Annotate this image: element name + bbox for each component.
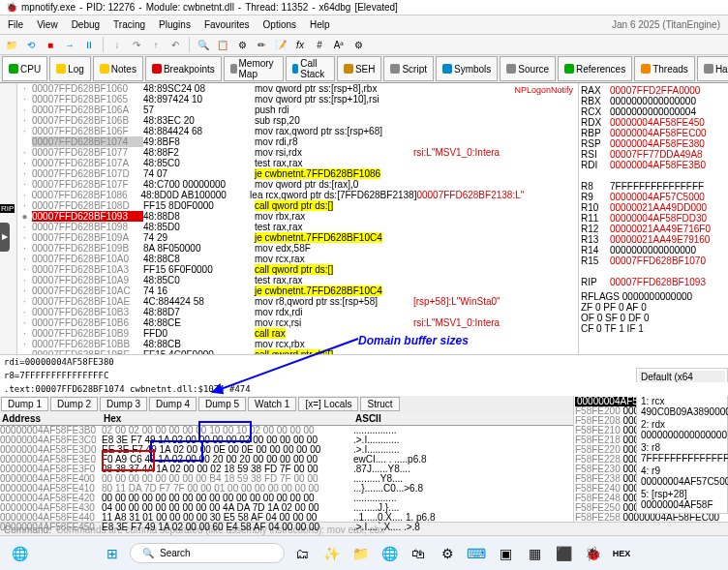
menu-bar: File View Debug Tracing Plugins Favourit… [0,15,728,35]
app-icon: 🐞 [6,2,17,13]
flags-line: OF 0 SF 0 DF 0 [581,313,726,323]
tool-icon[interactable]: 📝 [273,37,288,52]
task-icon[interactable]: 🗂 [290,542,314,565]
flags-line: ZF 0 PF 0 AF 0 [581,302,726,313]
pause-icon[interactable]: ⏸ [81,37,97,52]
explorer-icon[interactable]: 📁 [349,542,372,565]
stop-icon[interactable]: ■ [43,37,58,52]
disasm-view[interactable]: NPLogonNotify ·00007FFD628BF106048:89SC2… [17,83,578,354]
stepinto-icon[interactable]: ↓ [109,37,125,52]
title-elev: [Elevated] [354,2,397,13]
menu-favourites[interactable]: Favourites [198,17,256,32]
settings-icon[interactable]: ⚙ [436,542,459,565]
stepback-icon[interactable]: ↶ [167,37,183,52]
tab-han[interactable]: Han [697,56,728,81]
taskbar: 🌐 ⊞ 🔍 Search 🗂 ✨ 📁 🌐 🛍 ⚙ ⌨ ▣ ▦ ⬛ 🐞 HEX [0,535,728,570]
svg-line-0 [213,339,358,392]
hash-icon[interactable]: # [312,37,327,52]
menu-date: Jan 6 2025 (TitanEngine) [606,17,726,32]
menu-tracing[interactable]: Tracing [107,17,151,32]
stepover-icon[interactable]: ↷ [129,37,144,52]
side-expand[interactable]: ▶ [0,223,10,252]
terminal-icon[interactable]: ▣ [494,542,517,565]
title-mod: Module: cwbnetnt.dll [146,2,234,13]
tool-icon[interactable]: 📋 [215,37,230,52]
menu-view[interactable]: View [31,17,64,32]
menu-help[interactable]: Help [304,17,336,32]
search-box[interactable]: 🔍 Search [130,543,285,563]
panel-tabs: CPU Log Notes Breakpoints Memory Map Cal… [0,55,728,83]
tab-symbols[interactable]: Symbols [436,56,498,81]
tab-dump4[interactable]: Dump 4 [149,397,197,411]
settings-icon[interactable]: ⚙ [350,37,366,52]
menu-options[interactable]: Options [258,17,302,32]
dump-panel[interactable]: Dump 1 Dump 2 Dump 3 Dump 4 Dump 5 Watch… [0,396,573,522]
tab-watch[interactable]: Watch 1 [248,397,296,411]
gutter: RIP [0,83,17,354]
user-box [150,440,203,462]
edge2-icon[interactable]: 🌐 [378,542,401,565]
flags-line: CF 0 TF 1 IF 1 [581,323,726,334]
restart-icon[interactable]: ⟲ [23,37,39,52]
tab-dump2[interactable]: Dump 2 [50,397,98,411]
title-pid: PID: 12276 [86,2,135,13]
tab-script[interactable]: Script [383,56,434,81]
domain-box [198,421,252,442]
pass-box [102,450,155,471]
title-exe: mpnotify.exe [21,2,76,13]
tab-notes[interactable]: Notes [93,56,143,81]
tab-references[interactable]: References [558,56,632,81]
tab-source[interactable]: Source [500,56,556,81]
rflags-line: RFLAGS 0000000000000 [581,291,726,302]
tool-icon[interactable]: 🔍 [196,37,211,52]
tab-memmap[interactable]: Memory Map [224,56,284,81]
title-thr: Thread: 11352 [245,2,308,13]
fx-icon[interactable]: fx [292,37,308,52]
app-icon[interactable]: ▦ [523,542,546,565]
store-icon[interactable]: 🛍 [407,542,430,565]
tab-breakpoints[interactable]: Breakpoints [145,56,222,81]
tab-log[interactable]: Log [49,56,91,81]
rip-badge: RIP [0,204,15,213]
tab-dump5[interactable]: Dump 5 [198,397,246,411]
copilot-icon[interactable]: ✨ [319,542,343,565]
menu-plugins[interactable]: Plugins [153,17,197,32]
open-icon[interactable]: 📁 [4,37,19,52]
tab-threads[interactable]: Threads [634,56,695,81]
x64dbg-icon[interactable]: 🐞 [581,542,604,565]
menu-debug[interactable]: Debug [66,17,106,32]
tab-callstack[interactable]: Call Stack [286,56,335,81]
font-icon[interactable]: Aᵃ [331,37,347,52]
registers-view[interactable]: RAX00007FFD2FFA0000RBX0000000000000000RC… [578,83,728,354]
hex-icon[interactable]: HEX [610,542,633,565]
edge-icon[interactable]: 🌐 [8,542,31,565]
run-icon[interactable]: → [62,37,77,52]
tool-icon[interactable]: ⚙ [234,37,250,52]
tool-icon[interactable]: ✏ [254,37,269,52]
tab-struct[interactable]: Struct [360,397,399,411]
menu-file[interactable]: File [2,17,29,32]
toolbar: 📁 ⟲ ■ → ⏸ ↓ ↷ ↑ ↶ 🔍 📋 ⚙ ✏ 📝 fx # Aᵃ ⚙ [0,35,728,55]
tab-seh[interactable]: SEH [337,56,382,81]
tab-dump1[interactable]: Dump 1 [1,397,48,411]
start-icon[interactable]: ⊞ [101,542,124,565]
title-arch: x64dbg [319,2,351,13]
tab-locals[interactable]: [x=] Locals [298,397,358,411]
stepout-icon[interactable]: ↑ [148,37,164,52]
tab-dump3[interactable]: Dump 3 [100,397,147,411]
annot-domain: Domain buffer sizes [358,334,469,347]
vscode-icon[interactable]: ⌨ [465,542,488,565]
tab-cpu[interactable]: CPU [2,56,47,81]
nplogon-label: NPLogonNotify [514,85,573,96]
cmd-icon[interactable]: ⬛ [552,542,575,565]
